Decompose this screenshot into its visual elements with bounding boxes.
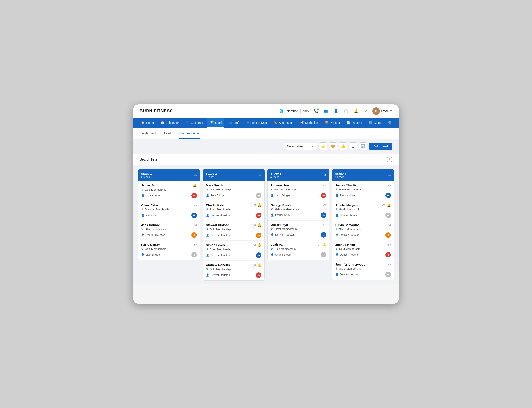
stage-1-arrow-icon[interactable]: ⇒ [194, 173, 197, 177]
tag-icon[interactable]: 🏷 [388, 184, 391, 187]
lead-card[interactable]: Thomas Joe 🏷 ♛ Gold Membership 👤 Jack Br… [268, 181, 329, 201]
filter-button[interactable]: 🗑 [349, 143, 357, 150]
tag-icon[interactable]: 🏷 [253, 203, 256, 207]
tag-icon[interactable]: 🏷 [194, 243, 197, 246]
tag-icon[interactable]: 🏷 [323, 184, 326, 187]
bell-card-icon[interactable]: 🔔 [257, 263, 262, 267]
add-lead-button[interactable]: Add Lead [369, 143, 392, 150]
status-button[interactable]: ➔ [256, 253, 262, 258]
stage-1-body: James Smith 🏷 🔔 ♛ Gold Membership 👤 Jack… [138, 181, 200, 260]
star-button[interactable]: ⭐ [319, 143, 327, 150]
lead-card[interactable]: James Charlie 🏷 ♛ Platinum Membership 👤 … [332, 181, 394, 201]
tag-icon[interactable]: 🏷 [323, 223, 326, 227]
nav-marketing[interactable]: 📢 Marketing [297, 118, 321, 128]
lead-card[interactable]: Leah Parr 🏷 🔔 ♛ Gold Membership 👤 Shane … [268, 240, 329, 260]
nav-search-button[interactable]: 🔍 [386, 119, 394, 127]
user-name: Dylan [381, 110, 389, 113]
tag-icon[interactable]: 🏷 [388, 263, 391, 266]
status-button[interactable]: ➔ [256, 212, 262, 218]
view-select[interactable]: Default View ▼ [284, 143, 317, 150]
refresh-button[interactable]: 🔄 [359, 143, 367, 150]
lead-card[interactable]: Joshua Knox 🏷 ♛ Gold Membership 👤 Denver… [332, 240, 394, 260]
status-button[interactable]: ➔ [385, 272, 391, 277]
nav-lead[interactable]: 🏆 Lead [207, 118, 224, 128]
nav-pos[interactable]: 🖥 Point of Sale [243, 118, 270, 128]
stage-4-arrow-icon[interactable]: ⇒ [388, 173, 391, 177]
status-button[interactable]: ➔ [256, 272, 262, 278]
subtab-lead[interactable]: Lead [163, 128, 172, 139]
stage-3-arrow-icon[interactable]: ⇒ [323, 173, 326, 177]
tag-icon[interactable]: 🏷 [194, 204, 197, 207]
nav-scheduler[interactable]: 📅 Scheduler [157, 118, 182, 128]
tag-icon[interactable]: 🏷 [318, 243, 321, 246]
tag-icon[interactable]: 🏷 [323, 203, 326, 207]
tag-icon[interactable]: 🏷 [194, 223, 197, 227]
nav-automation[interactable]: ✏️ Automation [270, 118, 296, 128]
lead-card[interactable]: George Reece 🏷 ♛ Platinum Membership 👤 P… [268, 201, 329, 221]
nav-reports[interactable]: 📄 Reports [344, 118, 365, 128]
nav-staff[interactable]: 👥 Staff [225, 118, 242, 128]
lead-card[interactable]: Oscar Rhys 🏷 ♛ Silver Membership 👤 Denve… [268, 221, 329, 240]
tag-icon[interactable]: 🏷 [253, 263, 256, 267]
nav-home[interactable]: 🏠 Home [138, 118, 157, 128]
phone-button[interactable]: 📞 [313, 108, 320, 115]
bell-card-icon[interactable]: 🔔 [257, 223, 262, 227]
bell-button[interactable]: 🔔 [352, 108, 359, 115]
status-button[interactable]: ➔ [385, 232, 391, 238]
lead-card[interactable]: Oliver Jake 🏷 ♛ Platinum Membership 👤 Pa… [138, 201, 200, 221]
status-button[interactable]: ➔ [385, 193, 391, 198]
lead-card[interactable]: Amelia Margaret 🏷 🔔 ♛ Gold Membership 👤 … [332, 201, 394, 221]
lead-card[interactable]: Mark Smith 🏷 ♛ Gold Membership 👤 Jack Br… [203, 181, 265, 201]
bell-card-icon[interactable]: 🔔 [257, 243, 262, 247]
status-button[interactable]: ➔ [321, 212, 326, 218]
team-button[interactable]: 👥 [323, 108, 330, 115]
bell-toolbar-button[interactable]: 🔔 [339, 143, 347, 150]
nav-product[interactable]: 📦 Product [322, 118, 343, 128]
bell-card-icon[interactable]: 🔔 [387, 203, 391, 207]
lead-card[interactable]: Andrew Roberts 🏷 🔔 ♛ Gold Membership 👤 D… [203, 261, 265, 280]
lead-card[interactable]: Jennifer Underwood 🏷 ♛ Silver Membership… [332, 260, 394, 280]
search-filter-add-button[interactable]: + [386, 157, 392, 162]
status-button[interactable]: ➔ [321, 193, 326, 198]
nav-setup[interactable]: ⚙️ Setup [366, 118, 384, 128]
status-button[interactable]: ➔ [256, 233, 262, 238]
subtab-dashboard[interactable]: Dashboard [140, 128, 157, 139]
tag-icon[interactable]: 🏷 [253, 243, 256, 247]
tag-icon[interactable]: 🏷 [188, 184, 191, 187]
user-avatar-button[interactable]: D Dylan ▼ [372, 107, 392, 115]
stage-2-arrow-icon[interactable]: ⇒ [259, 173, 262, 177]
status-button[interactable]: ➔ [321, 252, 326, 257]
bell-card-icon[interactable]: 🔔 [322, 243, 326, 246]
bell-card-icon[interactable]: 🔔 [257, 203, 262, 207]
bell-card-icon[interactable]: 🔔 [193, 184, 197, 187]
status-button[interactable]: ➔ [256, 193, 262, 198]
lead-card[interactable]: Charlie Kyle 🏷 🔔 ♛ Silver Membership 👤 D… [203, 201, 265, 221]
status-button[interactable]: ➔ [321, 232, 326, 238]
share-button[interactable]: ↗ [362, 108, 369, 115]
status-button[interactable]: ➔ [385, 212, 391, 218]
lead-name: Andrew Roberts [206, 263, 230, 267]
lead-card[interactable]: Stewart Hudson 🏷 🔔 ♛ Gold Membership 👤 D… [203, 221, 265, 241]
status-button[interactable]: ➔ [192, 193, 197, 198]
status-button[interactable]: ➔ [192, 212, 197, 218]
nav-customer[interactable]: 👤 Customer [183, 118, 206, 128]
person-icon: 👤 [141, 194, 144, 197]
lead-card[interactable]: Jack Connor 🏷 ♛ Silver Membership 👤 Denv… [138, 221, 200, 240]
clock-button[interactable]: 🕐 [342, 108, 349, 115]
lead-card[interactable]: James Smith 🏷 🔔 ♛ Gold Membership 👤 Jack… [138, 181, 200, 201]
user-add-button[interactable]: 👤 [332, 108, 340, 115]
tag-icon[interactable]: 🏷 [388, 223, 391, 227]
lead-card[interactable]: Olivia Samantha 🏷 ♛ Silver Membership 👤 … [332, 221, 394, 240]
person-icon: 👤 [335, 253, 339, 256]
tag-icon[interactable]: 🏷 [253, 223, 256, 227]
palette-button[interactable]: 🎨 [329, 143, 337, 150]
tag-icon[interactable]: 🏷 [382, 203, 385, 207]
lead-card[interactable]: Simon Lewis 🏷 🔔 ♛ Silver Membership 👤 De… [203, 241, 265, 261]
status-button[interactable]: ➔ [192, 252, 197, 257]
lead-card[interactable]: Harry Callum 🏷 ♛ Gold Membership 👤 Jack … [138, 240, 200, 260]
tag-icon[interactable]: 🏷 [258, 184, 262, 187]
tag-icon[interactable]: 🏷 [388, 243, 391, 246]
subtab-business-flow[interactable]: Business Flow [179, 128, 200, 139]
status-button[interactable]: ➔ [192, 232, 197, 238]
status-button[interactable]: ➔ [385, 252, 391, 257]
